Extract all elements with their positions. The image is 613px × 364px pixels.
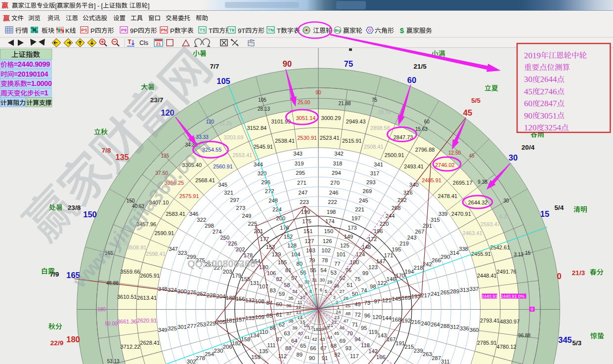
svg-text:155: 155: [241, 276, 250, 282]
svg-text:60: 60: [424, 119, 430, 124]
svg-text:2523.41: 2523.41: [320, 135, 340, 141]
svg-text:229: 229: [207, 321, 216, 326]
svg-text:70: 70: [347, 330, 352, 336]
svg-text:21: 21: [156, 41, 161, 46]
svg-text:266: 266: [432, 257, 441, 263]
svg-text:2847: 2847: [540, 99, 558, 108]
svg-text:276: 276: [187, 289, 197, 295]
svg-text:7/9: 7/9: [50, 271, 59, 278]
svg-text:PS: PS: [81, 28, 87, 33]
svg-text:95: 95: [361, 325, 367, 331]
svg-text:105: 105: [278, 259, 287, 265]
svg-text:265: 265: [440, 289, 450, 295]
svg-text:345: 345: [218, 182, 227, 188]
svg-text:336: 336: [460, 325, 469, 331]
svg-text:73: 73: [364, 300, 370, 306]
svg-text:25.00: 25.00: [298, 100, 310, 105]
svg-text:105: 105: [258, 97, 266, 103]
svg-text:3051.14: 3051.14: [296, 115, 316, 121]
svg-text:3610.51: 3610.51: [117, 294, 137, 300]
svg-text:216: 216: [411, 319, 421, 325]
svg-text:21/3: 21/3: [572, 269, 585, 277]
svg-text:54: 54: [320, 267, 326, 273]
svg-text:311: 311: [441, 359, 450, 364]
svg-text:2508.41: 2508.41: [364, 144, 384, 150]
svg-text:39: 39: [292, 325, 298, 330]
svg-text:322: 322: [197, 217, 206, 223]
svg-text:2538.41: 2538.41: [275, 138, 295, 144]
svg-text:45: 45: [463, 108, 472, 117]
svg-text:247: 247: [299, 190, 308, 196]
svg-text:217: 217: [421, 292, 430, 298]
svg-text:344: 344: [254, 162, 263, 167]
svg-text:228: 228: [207, 292, 216, 298]
svg-text:294: 294: [332, 170, 341, 176]
svg-text:5/3: 5/3: [572, 339, 582, 347]
svg-text:90: 90: [524, 111, 532, 121]
svg-text:2568.41: 2568.41: [195, 177, 215, 183]
svg-text:94: 94: [354, 336, 360, 342]
svg-text:88: 88: [285, 345, 291, 351]
svg-text:56: 56: [300, 270, 306, 276]
svg-text:96.88: 96.88: [518, 333, 530, 338]
svg-text:273: 273: [236, 205, 245, 211]
svg-text:142: 142: [368, 348, 378, 354]
svg-text:15: 15: [540, 209, 549, 218]
svg-text:360: 360: [470, 327, 479, 333]
svg-text:348: 348: [158, 286, 168, 292]
svg-text:64: 64: [291, 338, 297, 344]
svg-text:346: 346: [189, 211, 199, 217]
svg-text:2598.41: 2598.41: [146, 251, 166, 257]
svg-text:222: 222: [328, 199, 337, 205]
svg-text:135: 135: [259, 348, 268, 354]
svg-text:254: 254: [205, 351, 214, 357]
svg-text:T9: T9: [229, 28, 234, 33]
svg-text:323: 323: [177, 250, 187, 256]
svg-text:58: 58: [284, 282, 290, 288]
svg-text:319: 319: [295, 161, 304, 166]
svg-text:117: 117: [350, 353, 359, 359]
svg-text:2590.91: 2590.91: [154, 230, 174, 236]
svg-text:2593.47: 2593.47: [481, 221, 500, 227]
svg-text:191: 191: [395, 340, 405, 346]
svg-text:158: 158: [241, 336, 250, 342]
svg-text:110: 110: [259, 329, 268, 335]
svg-text:PN: PN: [161, 28, 167, 33]
svg-text:339: 339: [438, 211, 448, 217]
svg-text:5/5: 5/5: [471, 97, 481, 104]
svg-text:269: 269: [362, 188, 372, 194]
svg-text:197: 197: [351, 215, 361, 221]
svg-text:18.75: 18.75: [378, 110, 391, 115]
svg-text:T: T: [209, 27, 213, 35]
svg-text:253: 253: [197, 322, 206, 327]
svg-text:30: 30: [524, 75, 532, 84]
svg-text:126: 126: [323, 238, 332, 244]
svg-text:274: 274: [213, 229, 222, 235]
svg-text:3712.22: 3712.22: [121, 344, 140, 350]
svg-text:324: 324: [168, 287, 177, 293]
svg-text:111: 111: [267, 342, 275, 348]
svg-text:5/4: 5/4: [555, 204, 564, 211]
svg-text:50.00: 50.00: [105, 321, 117, 326]
svg-text:91: 91: [322, 355, 328, 361]
svg-text:43: 43: [320, 336, 325, 342]
svg-text:75: 75: [372, 97, 378, 103]
svg-text:102: 102: [321, 247, 331, 253]
svg-text:289: 289: [450, 288, 459, 294]
svg-text:119: 119: [369, 329, 378, 335]
svg-text:290: 290: [441, 254, 450, 260]
svg-text:2500.91: 2500.91: [385, 152, 404, 158]
svg-text:Cls: Cls: [139, 40, 148, 46]
svg-text:15.63: 15.63: [415, 126, 428, 132]
svg-text:106: 106: [267, 270, 276, 276]
svg-text:2515.91: 2515.91: [342, 138, 362, 144]
svg-text:2448.41: 2448.41: [477, 273, 497, 279]
svg-text:35: 35: [288, 295, 294, 301]
svg-text:203: 203: [223, 269, 232, 275]
svg-text:342: 342: [334, 151, 344, 157]
svg-text:22/9: 22/9: [50, 339, 63, 347]
svg-text:P: P: [90, 27, 95, 35]
svg-text:45: 45: [469, 153, 475, 159]
svg-text:267: 267: [415, 229, 425, 235]
svg-text:75: 75: [354, 276, 360, 282]
